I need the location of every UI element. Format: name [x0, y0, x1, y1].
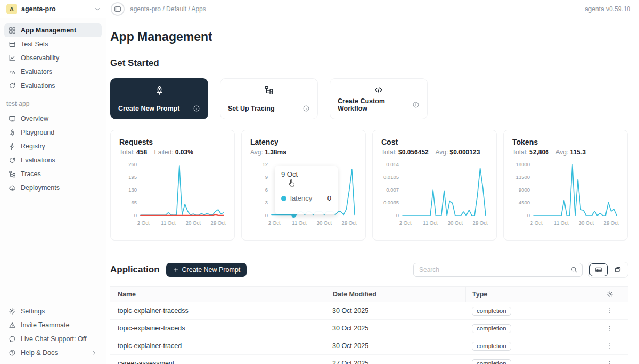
column-header-date-modified[interactable]: Date Modified	[326, 287, 465, 302]
app-name[interactable]: topic-explainer-tracedss	[110, 307, 326, 315]
svg-text:29 Oct: 29 Oct	[604, 220, 619, 226]
tokens-chart[interactable]: 04500900013500180002 Oct11 Oct20 Oct29 O…	[512, 160, 620, 228]
chart-title: Tokens	[512, 138, 619, 146]
table-header-row: Name Date Modified Type	[110, 286, 628, 302]
search-box	[413, 263, 583, 277]
svg-text:9000: 9000	[519, 187, 530, 193]
requests-chart[interactable]: 0651301952602 Oct11 Oct20 Oct29 Oct	[119, 160, 227, 228]
svg-text:9: 9	[265, 174, 268, 180]
create-new-prompt-card[interactable]: Create New Prompt	[110, 78, 208, 119]
sidebar-toggle-icon	[114, 5, 121, 13]
table-row[interactable]: topic-explainer-traced 30 Oct 2025 compl…	[110, 337, 628, 355]
refresh-circle-icon	[9, 82, 16, 89]
svg-text:29 Oct: 29 Oct	[211, 220, 226, 226]
sidebar-item-label: Deployments	[21, 184, 60, 192]
svg-text:0.0105: 0.0105	[383, 174, 399, 180]
tree-icon	[228, 85, 310, 95]
table-icon	[9, 40, 16, 48]
kebab-menu-icon[interactable]	[606, 360, 613, 364]
sidebar-item-overview[interactable]: Overview	[4, 112, 102, 126]
sidebar-item-label: Evaluations	[21, 82, 55, 89]
gear-icon[interactable]	[606, 291, 613, 298]
lightning-icon	[9, 143, 16, 150]
search-input[interactable]	[419, 266, 570, 274]
table-row[interactable]: career-assessment 27 Oct 2025 completion	[110, 355, 628, 364]
chevron-down-icon	[94, 5, 101, 13]
svg-text:20 Oct: 20 Oct	[579, 220, 594, 226]
tokens-chart-card: Tokens Total: 52,806 Avg: 115.3 04500900…	[503, 130, 628, 241]
sidebar-item-label: Overview	[21, 115, 48, 122]
table-view-button[interactable]	[589, 263, 608, 276]
triangle-alert-icon	[9, 321, 16, 329]
sidebar-item-observability[interactable]: Observability	[4, 51, 102, 65]
sidebar-item-evaluations[interactable]: Evaluations	[4, 79, 102, 93]
chart-stats: Total: 52,806 Avg: 115.3	[512, 148, 619, 156]
kebab-menu-icon[interactable]	[606, 307, 613, 315]
card-view-button[interactable]	[609, 263, 627, 276]
sidebar-item-deployments[interactable]: Deployments	[4, 181, 102, 195]
svg-text:0: 0	[134, 212, 137, 218]
gear-icon	[9, 308, 16, 315]
app-date: 30 Oct 2025	[326, 307, 465, 315]
sidebar-item-test-sets[interactable]: Test Sets	[4, 37, 102, 51]
plus-icon	[173, 267, 179, 273]
applications-table: Name Date Modified Type topic-explainer-…	[110, 286, 628, 364]
kebab-menu-icon[interactable]	[606, 342, 613, 350]
sidebar-collapse-button[interactable]	[111, 2, 125, 16]
app-name[interactable]: topic-explainer-traceds	[110, 325, 326, 332]
app-name[interactable]: career-assessment	[110, 360, 326, 364]
type-badge: completion	[472, 342, 511, 351]
svg-text:2 Oct: 2 Oct	[137, 220, 150, 226]
sidebar-item-label: Observability	[21, 54, 59, 62]
chevron-right-icon	[91, 350, 97, 356]
cost-chart[interactable]: 00.00350.0070.01050.0142 Oct11 Oct20 Oct…	[381, 160, 489, 228]
table-row[interactable]: topic-explainer-traceds 30 Oct 2025 comp…	[110, 320, 628, 337]
sidebar-item-label: Evaluations	[21, 156, 55, 164]
sidebar-item-label: Help & Docs	[21, 349, 58, 357]
info-icon[interactable]	[302, 105, 310, 112]
workspace-switcher[interactable]: A agenta-pro	[0, 4, 106, 14]
table-view-icon	[595, 266, 602, 274]
svg-text:0: 0	[396, 212, 399, 218]
chart-stats: Avg: 1.38ms	[250, 148, 357, 156]
grid-icon	[9, 27, 16, 34]
column-header-name[interactable]: Name	[110, 291, 326, 298]
sidebar: App Management Test Sets Observability E…	[0, 18, 106, 364]
svg-text:6: 6	[265, 187, 268, 193]
sidebar-item-evaluators[interactable]: Evaluators	[4, 65, 102, 79]
svg-text:0: 0	[527, 212, 530, 218]
app-version: agenta v0.59.10	[585, 5, 639, 13]
kebab-menu-icon[interactable]	[606, 325, 613, 332]
search-icon[interactable]	[570, 266, 578, 274]
set-up-tracing-card[interactable]: Set Up Tracing	[220, 78, 318, 119]
table-row[interactable]: topic-explainer-tracedss 30 Oct 2025 com…	[110, 302, 628, 320]
sidebar-item-live-chat[interactable]: Live Chat Support: Off	[4, 332, 102, 346]
sidebar-item-registry[interactable]: Registry	[4, 139, 102, 153]
app-date: 30 Oct 2025	[326, 342, 465, 350]
info-icon[interactable]	[412, 101, 420, 109]
column-header-type[interactable]: Type	[465, 287, 591, 302]
svg-text:0.014: 0.014	[386, 161, 399, 167]
type-badge: completion	[472, 359, 511, 364]
sidebar-item-invite-teammate[interactable]: Invite Teammate	[4, 318, 102, 332]
svg-text:0.0035: 0.0035	[383, 200, 399, 205]
info-icon[interactable]	[193, 105, 200, 112]
app-date: 30 Oct 2025	[326, 325, 465, 332]
sidebar-item-help-docs[interactable]: Help & Docs	[4, 346, 102, 360]
svg-text:0: 0	[265, 212, 268, 218]
cloud-up-icon	[9, 184, 16, 192]
svg-text:2 Oct: 2 Oct	[268, 220, 281, 226]
app-name[interactable]: topic-explainer-traced	[110, 342, 326, 350]
create-new-prompt-button[interactable]: Create New Prompt	[166, 263, 247, 277]
card-view-icon	[614, 266, 621, 274]
create-custom-workflow-card[interactable]: Create Custom Workflow	[330, 78, 428, 119]
breadcrumb[interactable]: agenta-pro / Default / Apps	[130, 5, 585, 13]
sidebar-item-traces[interactable]: Traces	[4, 167, 102, 181]
workspace-avatar: A	[6, 4, 17, 14]
sidebar-item-app-management[interactable]: App Management	[4, 23, 102, 37]
sidebar-item-playground[interactable]: Playground	[4, 126, 102, 139]
chart-stats: Total: $0.056452 Avg: $0.000123	[381, 148, 488, 156]
sidebar-item-evaluations-project[interactable]: Evaluations	[4, 153, 102, 167]
sidebar-item-settings[interactable]: Settings	[4, 304, 102, 318]
card-label: Create New Prompt	[118, 105, 179, 112]
